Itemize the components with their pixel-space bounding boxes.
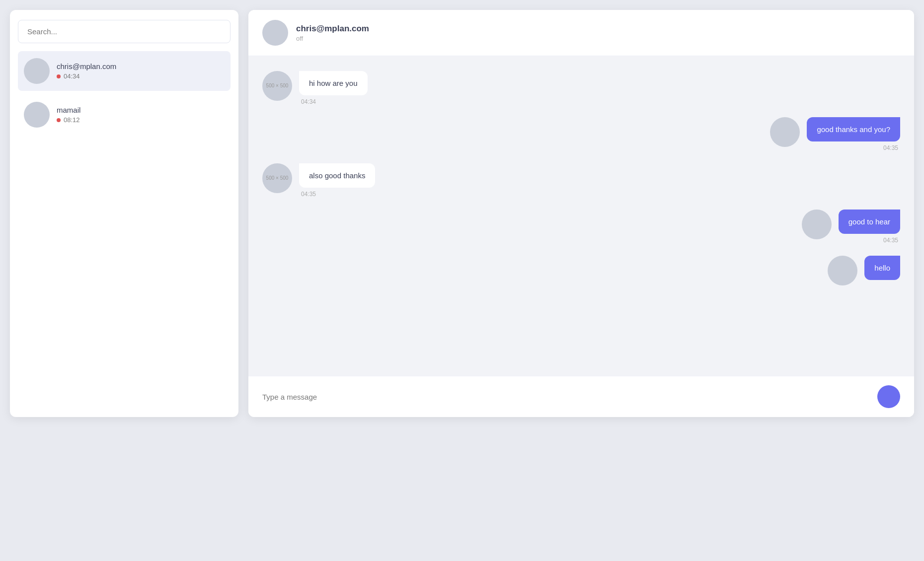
person-icon: M12 12c2.7 0 4.8-2.1 4.8-4.8S14.7 2.4 12… xyxy=(835,263,850,279)
message-row-5: hello M12 12c2.7 0 4.8-2.1 4.8-4.8S14.7 … xyxy=(262,256,900,285)
message-row-4: good to hear 04:35 M12 12c2.7 0 4.8-2.1 … xyxy=(262,210,900,244)
message-row-2: good thanks and you? 04:35 M12 12c2.7 0 … xyxy=(262,117,900,151)
contact-name-chris: chris@mplan.com xyxy=(57,62,116,70)
header-avatar: M12 12c2.7 0 4.8-2.1 4.8-4.8S14.7 2.4 12… xyxy=(262,20,288,46)
status-dot-chris xyxy=(57,74,61,78)
msg-time-1: 04:34 xyxy=(299,98,368,105)
contact-time-chris: 04:34 xyxy=(57,72,116,80)
person-icon: M12 12c2.7 0 4.8-2.1 4.8-4.8S14.7 2.4 12… xyxy=(809,216,825,232)
contact-time-mamail: 08:12 xyxy=(57,116,80,124)
person-icon: M12 12c2.7 0 4.8-2.1 4.8-4.8S14.7 2.4 12… xyxy=(29,107,44,122)
message-content-2: good thanks and you? 04:35 xyxy=(807,117,900,151)
person-icon: M12 12c2.7 0 4.8-2.1 4.8-4.8S14.7 2.4 12… xyxy=(29,64,44,78)
header-status: off xyxy=(296,35,369,42)
message-content-4: good to hear 04:35 xyxy=(839,210,900,244)
msg-avatar-1: 500 × 500 xyxy=(262,71,292,101)
person-icon: M12 12c2.7 0 4.8-2.1 4.8-4.8S14.7 2.4 12… xyxy=(777,124,793,140)
bubble-text-3: also good thanks xyxy=(309,171,365,180)
bubble-text-1: hi how are you xyxy=(309,79,358,87)
msg-avatar-5: M12 12c2.7 0 4.8-2.1 4.8-4.8S14.7 2.4 12… xyxy=(828,256,857,285)
bubble-2: good thanks and you? xyxy=(807,117,900,141)
avatar-chris: M12 12c2.7 0 4.8-2.1 4.8-4.8S14.7 2.4 12… xyxy=(24,58,50,84)
contact-info-mamail: mamail 08:12 xyxy=(57,106,80,124)
msg-time-2: 04:35 xyxy=(881,144,900,151)
message-content-3: also good thanks 04:35 xyxy=(299,163,375,198)
msg-avatar-2: M12 12c2.7 0 4.8-2.1 4.8-4.8S14.7 2.4 12… xyxy=(770,117,800,147)
search-input[interactable] xyxy=(18,20,231,43)
bubble-3: also good thanks xyxy=(299,163,375,188)
bubble-text-5: hello xyxy=(874,264,890,272)
bubble-5: hello xyxy=(864,256,900,280)
msg-time-3: 04:35 xyxy=(299,191,375,198)
contact-item-mamail[interactable]: M12 12c2.7 0 4.8-2.1 4.8-4.8S14.7 2.4 12… xyxy=(18,95,231,135)
search-container xyxy=(18,20,231,43)
message-content-1: hi how are you 04:34 xyxy=(299,71,368,105)
message-row-1: 500 × 500 hi how are you 04:34 xyxy=(262,71,900,105)
header-info: chris@mplan.com off xyxy=(296,24,369,42)
bubble-4: good to hear xyxy=(839,210,900,234)
chat-header: M12 12c2.7 0 4.8-2.1 4.8-4.8S14.7 2.4 12… xyxy=(248,10,914,56)
bubble-text-4: good to hear xyxy=(848,217,890,226)
message-input[interactable] xyxy=(262,393,877,401)
contact-info-chris: chris@mplan.com 04:34 xyxy=(57,62,116,80)
msg-time-4: 04:35 xyxy=(881,237,900,244)
chat-input-area: M2 21l21-9L2 3v7l15 2-15 2v7z xyxy=(248,376,914,417)
chat-panel: M12 12c2.7 0 4.8-2.1 4.8-4.8S14.7 2.4 12… xyxy=(248,10,914,417)
message-content-5: hello xyxy=(864,256,900,280)
msg-avatar-3: 500 × 500 xyxy=(262,163,292,193)
chat-messages: 500 × 500 hi how are you 04:34 good than… xyxy=(248,56,914,376)
send-button[interactable]: M2 21l21-9L2 3v7l15 2-15 2v7z xyxy=(877,385,900,408)
contact-item-chris[interactable]: M12 12c2.7 0 4.8-2.1 4.8-4.8S14.7 2.4 12… xyxy=(18,51,231,91)
header-contact-name: chris@mplan.com xyxy=(296,24,369,34)
bubble-text-2: good thanks and you? xyxy=(817,125,890,134)
contacts-panel: M12 12c2.7 0 4.8-2.1 4.8-4.8S14.7 2.4 12… xyxy=(10,10,238,417)
avatar-mamail: M12 12c2.7 0 4.8-2.1 4.8-4.8S14.7 2.4 12… xyxy=(24,102,50,128)
send-icon: M2 21l21-9L2 3v7l15 2-15 2v7z xyxy=(884,392,894,402)
msg-avatar-4: M12 12c2.7 0 4.8-2.1 4.8-4.8S14.7 2.4 12… xyxy=(802,210,832,239)
contact-name-mamail: mamail xyxy=(57,106,80,114)
status-dot-mamail xyxy=(57,118,61,122)
bubble-1: hi how are you xyxy=(299,71,368,95)
message-row-3: 500 × 500 also good thanks 04:35 xyxy=(262,163,900,198)
person-icon: M12 12c2.7 0 4.8-2.1 4.8-4.8S14.7 2.4 12… xyxy=(268,25,283,40)
